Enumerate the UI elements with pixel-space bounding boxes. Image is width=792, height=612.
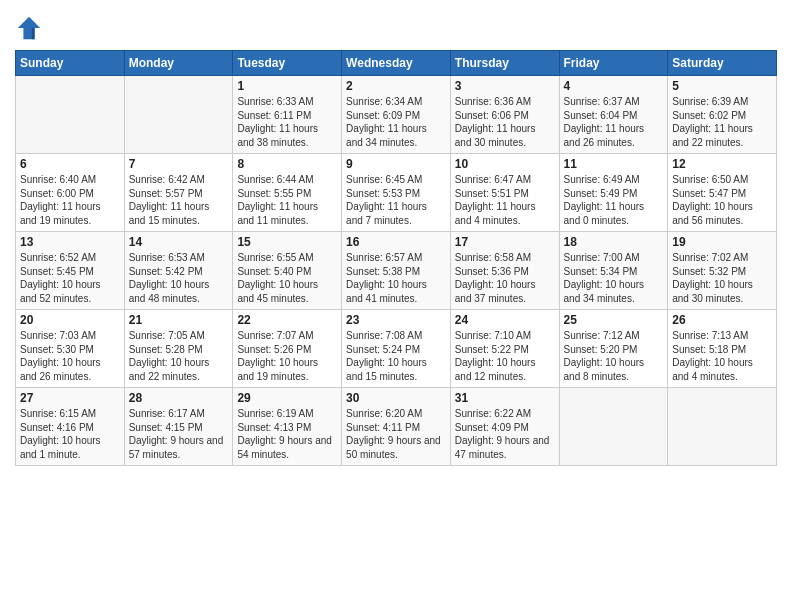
- calendar-cell: 13Sunrise: 6:52 AM Sunset: 5:45 PM Dayli…: [16, 232, 125, 310]
- day-detail: Sunrise: 6:47 AM Sunset: 5:51 PM Dayligh…: [455, 173, 555, 227]
- day-detail: Sunrise: 6:19 AM Sunset: 4:13 PM Dayligh…: [237, 407, 337, 461]
- day-number: 11: [564, 157, 664, 171]
- calendar-cell: 4Sunrise: 6:37 AM Sunset: 6:04 PM Daylig…: [559, 76, 668, 154]
- day-number: 26: [672, 313, 772, 327]
- calendar-cell: 27Sunrise: 6:15 AM Sunset: 4:16 PM Dayli…: [16, 388, 125, 466]
- page: SundayMondayTuesdayWednesdayThursdayFrid…: [0, 0, 792, 612]
- day-detail: Sunrise: 6:58 AM Sunset: 5:36 PM Dayligh…: [455, 251, 555, 305]
- day-detail: Sunrise: 6:44 AM Sunset: 5:55 PM Dayligh…: [237, 173, 337, 227]
- day-detail: Sunrise: 7:08 AM Sunset: 5:24 PM Dayligh…: [346, 329, 446, 383]
- day-of-week-header: Friday: [559, 51, 668, 76]
- calendar-cell: 11Sunrise: 6:49 AM Sunset: 5:49 PM Dayli…: [559, 154, 668, 232]
- day-number: 20: [20, 313, 120, 327]
- calendar-cell: 24Sunrise: 7:10 AM Sunset: 5:22 PM Dayli…: [450, 310, 559, 388]
- day-number: 4: [564, 79, 664, 93]
- day-number: 2: [346, 79, 446, 93]
- day-of-week-header: Wednesday: [342, 51, 451, 76]
- calendar-week-row: 6Sunrise: 6:40 AM Sunset: 6:00 PM Daylig…: [16, 154, 777, 232]
- day-detail: Sunrise: 6:34 AM Sunset: 6:09 PM Dayligh…: [346, 95, 446, 149]
- day-detail: Sunrise: 7:10 AM Sunset: 5:22 PM Dayligh…: [455, 329, 555, 383]
- calendar-week-row: 20Sunrise: 7:03 AM Sunset: 5:30 PM Dayli…: [16, 310, 777, 388]
- day-number: 7: [129, 157, 229, 171]
- day-detail: Sunrise: 6:45 AM Sunset: 5:53 PM Dayligh…: [346, 173, 446, 227]
- calendar-cell: 5Sunrise: 6:39 AM Sunset: 6:02 PM Daylig…: [668, 76, 777, 154]
- day-number: 31: [455, 391, 555, 405]
- calendar-cell: 8Sunrise: 6:44 AM Sunset: 5:55 PM Daylig…: [233, 154, 342, 232]
- calendar-cell: 21Sunrise: 7:05 AM Sunset: 5:28 PM Dayli…: [124, 310, 233, 388]
- day-number: 21: [129, 313, 229, 327]
- logo-icon: [15, 14, 43, 42]
- day-number: 15: [237, 235, 337, 249]
- day-number: 9: [346, 157, 446, 171]
- day-detail: Sunrise: 6:42 AM Sunset: 5:57 PM Dayligh…: [129, 173, 229, 227]
- calendar-cell: 31Sunrise: 6:22 AM Sunset: 4:09 PM Dayli…: [450, 388, 559, 466]
- calendar-cell: 18Sunrise: 7:00 AM Sunset: 5:34 PM Dayli…: [559, 232, 668, 310]
- day-detail: Sunrise: 6:15 AM Sunset: 4:16 PM Dayligh…: [20, 407, 120, 461]
- day-number: 17: [455, 235, 555, 249]
- day-detail: Sunrise: 6:53 AM Sunset: 5:42 PM Dayligh…: [129, 251, 229, 305]
- day-detail: Sunrise: 6:36 AM Sunset: 6:06 PM Dayligh…: [455, 95, 555, 149]
- header: [15, 10, 777, 42]
- calendar-cell: 25Sunrise: 7:12 AM Sunset: 5:20 PM Dayli…: [559, 310, 668, 388]
- calendar-cell: 15Sunrise: 6:55 AM Sunset: 5:40 PM Dayli…: [233, 232, 342, 310]
- day-detail: Sunrise: 7:12 AM Sunset: 5:20 PM Dayligh…: [564, 329, 664, 383]
- day-detail: Sunrise: 6:39 AM Sunset: 6:02 PM Dayligh…: [672, 95, 772, 149]
- calendar-cell: [559, 388, 668, 466]
- calendar-week-row: 27Sunrise: 6:15 AM Sunset: 4:16 PM Dayli…: [16, 388, 777, 466]
- day-number: 16: [346, 235, 446, 249]
- day-detail: Sunrise: 6:57 AM Sunset: 5:38 PM Dayligh…: [346, 251, 446, 305]
- calendar-cell: 12Sunrise: 6:50 AM Sunset: 5:47 PM Dayli…: [668, 154, 777, 232]
- calendar-cell: 20Sunrise: 7:03 AM Sunset: 5:30 PM Dayli…: [16, 310, 125, 388]
- day-number: 5: [672, 79, 772, 93]
- day-of-week-header: Tuesday: [233, 51, 342, 76]
- day-number: 10: [455, 157, 555, 171]
- day-number: 8: [237, 157, 337, 171]
- calendar-cell: 14Sunrise: 6:53 AM Sunset: 5:42 PM Dayli…: [124, 232, 233, 310]
- day-of-week-header: Monday: [124, 51, 233, 76]
- calendar-cell: 7Sunrise: 6:42 AM Sunset: 5:57 PM Daylig…: [124, 154, 233, 232]
- day-number: 13: [20, 235, 120, 249]
- day-number: 14: [129, 235, 229, 249]
- calendar-cell: 6Sunrise: 6:40 AM Sunset: 6:00 PM Daylig…: [16, 154, 125, 232]
- day-number: 22: [237, 313, 337, 327]
- day-number: 28: [129, 391, 229, 405]
- day-detail: Sunrise: 7:13 AM Sunset: 5:18 PM Dayligh…: [672, 329, 772, 383]
- calendar-cell: [668, 388, 777, 466]
- day-number: 12: [672, 157, 772, 171]
- calendar-cell: 10Sunrise: 6:47 AM Sunset: 5:51 PM Dayli…: [450, 154, 559, 232]
- calendar-cell: 9Sunrise: 6:45 AM Sunset: 5:53 PM Daylig…: [342, 154, 451, 232]
- calendar-cell: 16Sunrise: 6:57 AM Sunset: 5:38 PM Dayli…: [342, 232, 451, 310]
- calendar-cell: 28Sunrise: 6:17 AM Sunset: 4:15 PM Dayli…: [124, 388, 233, 466]
- day-number: 6: [20, 157, 120, 171]
- calendar-cell: [124, 76, 233, 154]
- day-number: 25: [564, 313, 664, 327]
- day-number: 1: [237, 79, 337, 93]
- day-number: 27: [20, 391, 120, 405]
- day-detail: Sunrise: 7:02 AM Sunset: 5:32 PM Dayligh…: [672, 251, 772, 305]
- day-detail: Sunrise: 6:20 AM Sunset: 4:11 PM Dayligh…: [346, 407, 446, 461]
- calendar-cell: 19Sunrise: 7:02 AM Sunset: 5:32 PM Dayli…: [668, 232, 777, 310]
- day-number: 3: [455, 79, 555, 93]
- day-detail: Sunrise: 7:05 AM Sunset: 5:28 PM Dayligh…: [129, 329, 229, 383]
- day-of-week-header: Saturday: [668, 51, 777, 76]
- calendar-cell: 22Sunrise: 7:07 AM Sunset: 5:26 PM Dayli…: [233, 310, 342, 388]
- day-number: 30: [346, 391, 446, 405]
- day-detail: Sunrise: 6:33 AM Sunset: 6:11 PM Dayligh…: [237, 95, 337, 149]
- calendar-week-row: 1Sunrise: 6:33 AM Sunset: 6:11 PM Daylig…: [16, 76, 777, 154]
- day-detail: Sunrise: 6:52 AM Sunset: 5:45 PM Dayligh…: [20, 251, 120, 305]
- day-number: 18: [564, 235, 664, 249]
- svg-marker-0: [18, 17, 40, 39]
- calendar-cell: 23Sunrise: 7:08 AM Sunset: 5:24 PM Dayli…: [342, 310, 451, 388]
- calendar-week-row: 13Sunrise: 6:52 AM Sunset: 5:45 PM Dayli…: [16, 232, 777, 310]
- day-detail: Sunrise: 7:03 AM Sunset: 5:30 PM Dayligh…: [20, 329, 120, 383]
- day-detail: Sunrise: 6:50 AM Sunset: 5:47 PM Dayligh…: [672, 173, 772, 227]
- day-number: 19: [672, 235, 772, 249]
- calendar-cell: 2Sunrise: 6:34 AM Sunset: 6:09 PM Daylig…: [342, 76, 451, 154]
- day-detail: Sunrise: 6:49 AM Sunset: 5:49 PM Dayligh…: [564, 173, 664, 227]
- day-of-week-header: Thursday: [450, 51, 559, 76]
- day-detail: Sunrise: 6:22 AM Sunset: 4:09 PM Dayligh…: [455, 407, 555, 461]
- day-detail: Sunrise: 7:07 AM Sunset: 5:26 PM Dayligh…: [237, 329, 337, 383]
- calendar-cell: 29Sunrise: 6:19 AM Sunset: 4:13 PM Dayli…: [233, 388, 342, 466]
- logo: [15, 14, 45, 42]
- calendar-cell: [16, 76, 125, 154]
